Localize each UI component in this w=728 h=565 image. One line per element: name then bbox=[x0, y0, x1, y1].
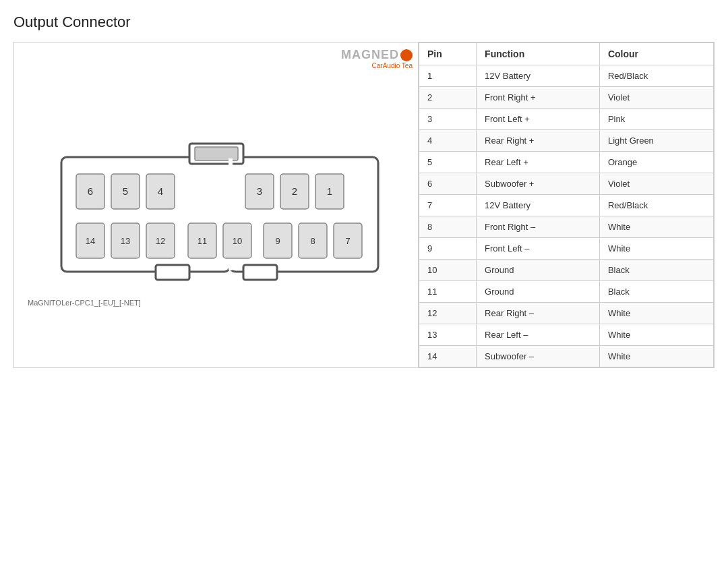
svg-text:4: 4 bbox=[157, 185, 162, 197]
table-row: 2Front Right +Violet bbox=[419, 87, 714, 109]
cell-function: Front Left + bbox=[477, 109, 600, 130]
table-row: 9Front Left –White bbox=[419, 238, 714, 260]
connector-diagram-section: MAGNED CarAudio Tea 6 bbox=[14, 42, 419, 367]
svg-text:7: 7 bbox=[345, 236, 350, 246]
svg-text:11: 11 bbox=[197, 236, 206, 246]
svg-text:9: 9 bbox=[275, 236, 280, 246]
cell-pin: 3 bbox=[419, 109, 477, 130]
header-function: Function bbox=[477, 43, 600, 65]
table-row: 5Rear Left +Orange bbox=[419, 152, 714, 173]
svg-rect-5 bbox=[243, 265, 277, 280]
cell-pin: 11 bbox=[419, 281, 477, 303]
cell-pin: 13 bbox=[419, 324, 477, 346]
cell-colour: Black bbox=[599, 260, 713, 281]
cell-function: Rear Right – bbox=[477, 303, 600, 324]
svg-text:6: 6 bbox=[87, 185, 92, 197]
pin-table: Pin Function Colour 112V BatteryRed/Blac… bbox=[419, 42, 714, 367]
cell-pin: 1 bbox=[419, 65, 477, 87]
page-title: Output Connector bbox=[13, 13, 715, 31]
logo-text: MAGNED bbox=[341, 48, 399, 62]
table-header-row: Pin Function Colour bbox=[419, 43, 714, 65]
table-row: 12Rear Right –White bbox=[419, 303, 714, 324]
cell-function: Ground bbox=[477, 281, 600, 303]
cell-colour: Pink bbox=[599, 109, 713, 130]
svg-text:13: 13 bbox=[120, 236, 129, 246]
cell-function: Rear Left + bbox=[477, 152, 600, 173]
cell-pin: 6 bbox=[419, 173, 477, 195]
cell-pin: 8 bbox=[419, 216, 477, 238]
svg-text:3: 3 bbox=[256, 185, 262, 197]
cell-colour: Black bbox=[599, 281, 713, 303]
svg-text:10: 10 bbox=[232, 236, 241, 246]
cell-colour: Violet bbox=[599, 87, 713, 109]
cell-function: Front Left – bbox=[477, 238, 600, 260]
svg-rect-4 bbox=[156, 265, 189, 280]
cell-colour: White bbox=[599, 324, 713, 346]
cell-colour: White bbox=[599, 346, 713, 367]
table-row: 4Rear Right +Light Green bbox=[419, 130, 714, 152]
cell-function: 12V Battery bbox=[477, 195, 600, 216]
svg-text:14: 14 bbox=[85, 236, 94, 246]
cell-colour: Red/Black bbox=[599, 195, 713, 216]
cell-colour: White bbox=[599, 238, 713, 260]
main-content: MAGNED CarAudio Tea 6 bbox=[13, 42, 715, 368]
logo-subtext: CarAudio Tea bbox=[372, 62, 413, 69]
table-row: 6Subwoofer +Violet bbox=[419, 173, 714, 195]
cell-function: Subwoofer – bbox=[477, 346, 600, 367]
cell-colour: White bbox=[599, 303, 713, 324]
logo-area: MAGNED CarAudio Tea bbox=[341, 48, 413, 69]
cell-pin: 14 bbox=[419, 346, 477, 367]
cell-pin: 10 bbox=[419, 260, 477, 281]
connector-svg: 6 5 4 3 2 1 14 13 12 bbox=[41, 103, 392, 292]
svg-text:5: 5 bbox=[122, 185, 127, 197]
cell-pin: 5 bbox=[419, 152, 477, 173]
cell-pin: 2 bbox=[419, 87, 477, 109]
cell-function: Front Right – bbox=[477, 216, 600, 238]
cell-pin: 12 bbox=[419, 303, 477, 324]
cell-function: Rear Right + bbox=[477, 130, 600, 152]
table-row: 13Rear Left –White bbox=[419, 324, 714, 346]
svg-text:1: 1 bbox=[326, 185, 332, 197]
cell-pin: 7 bbox=[419, 195, 477, 216]
footer-text: MaGNITOLer-CPC1_[-EU]_[-NET] bbox=[28, 299, 141, 307]
cell-function: Subwoofer + bbox=[477, 173, 600, 195]
cell-colour: Orange bbox=[599, 152, 713, 173]
table-row: 712V BatteryRed/Black bbox=[419, 195, 714, 216]
cell-function: Front Right + bbox=[477, 87, 600, 109]
cell-function: 12V Battery bbox=[477, 65, 600, 87]
header-pin: Pin bbox=[419, 43, 477, 65]
table-row: 14Subwoofer –White bbox=[419, 346, 714, 367]
table-row: 112V BatteryRed/Black bbox=[419, 65, 714, 87]
svg-text:2: 2 bbox=[291, 185, 297, 197]
logo-icon bbox=[400, 49, 413, 61]
header-colour: Colour bbox=[599, 43, 713, 65]
table-row: 3Front Left +Pink bbox=[419, 109, 714, 130]
cell-colour: White bbox=[599, 216, 713, 238]
cell-function: Rear Left – bbox=[477, 324, 600, 346]
table-row: 10GroundBlack bbox=[419, 260, 714, 281]
cell-function: Ground bbox=[477, 260, 600, 281]
svg-text:12: 12 bbox=[155, 236, 164, 246]
cell-colour: Light Green bbox=[599, 130, 713, 152]
cell-colour: Violet bbox=[599, 173, 713, 195]
cell-pin: 4 bbox=[419, 130, 477, 152]
svg-text:8: 8 bbox=[310, 236, 315, 246]
table-row: 11GroundBlack bbox=[419, 281, 714, 303]
table-row: 8Front Right –White bbox=[419, 216, 714, 238]
cell-colour: Red/Black bbox=[599, 65, 713, 87]
pin-table-section: Pin Function Colour 112V BatteryRed/Blac… bbox=[419, 42, 714, 367]
cell-pin: 9 bbox=[419, 238, 477, 260]
